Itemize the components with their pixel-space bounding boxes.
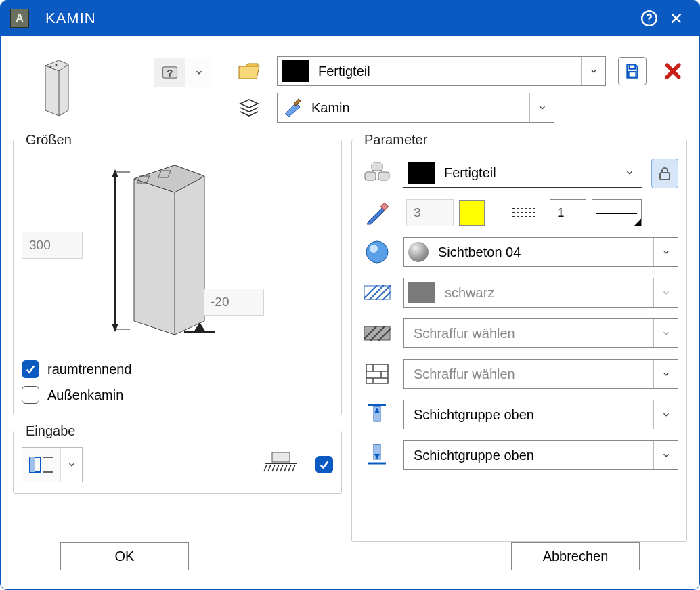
titlebar: A KAMIN [1,1,699,36]
favorite-dropdown[interactable] [185,58,213,87]
material-main-dd[interactable] [581,57,605,85]
svg-line-34 [280,465,283,471]
svg-rect-40 [378,172,389,180]
layergroup-top-icon [360,401,394,428]
hatch3-icon [360,363,394,385]
aussenkamin-checkbox[interactable] [22,386,39,404]
raumtrennend-checkbox[interactable] [22,360,39,378]
svg-line-37 [292,465,295,471]
delete-icon-button[interactable] [659,57,687,85]
svg-point-47 [366,241,388,263]
param-material-dd[interactable] [617,159,642,187]
favorite-selector[interactable]: ? [154,58,213,87]
hatch1-combo[interactable]: schwarz [403,278,678,308]
trowel-icon [278,98,307,118]
layergroup-top-dd[interactable] [653,400,678,429]
hatch2-combo[interactable]: Schraffur wählen [403,318,678,348]
height-input[interactable] [22,232,83,259]
save-icon-button[interactable] [618,57,647,85]
layer-combo-text: Kamin [307,100,529,116]
foundation-checkbox[interactable] [315,456,333,473]
svg-line-33 [276,465,279,471]
close-icon[interactable] [663,5,690,32]
sizes-title: Größen [22,132,76,148]
aussenkamin-row[interactable]: Außenkamin [22,386,333,404]
surface-combo[interactable]: Sichtbeton 04 [403,237,678,267]
ok-button[interactable]: OK [60,542,189,570]
svg-rect-9 [629,72,636,77]
hatch3-combo[interactable]: Schraffur wählen [403,359,678,389]
svg-marker-19 [112,324,118,332]
favorite-icon: ? [154,58,185,87]
hatch2-placeholder: Schraffur wählen [404,326,653,341]
surface-dd[interactable] [653,238,678,266]
svg-rect-25 [30,457,35,472]
element-preview-icon [41,58,72,122]
layergroup-bottom-dd[interactable] [653,441,678,469]
svg-text:?: ? [167,67,173,79]
param-material-combo[interactable]: Fertigteil [403,159,642,188]
svg-rect-41 [660,173,670,180]
linetype-icon [508,205,542,221]
hatch1-dd[interactable] [653,278,678,307]
svg-marker-2 [45,60,68,116]
layer-combo-dd[interactable] [529,93,554,122]
svg-rect-28 [272,452,290,462]
param-material-swatch [408,162,435,184]
svg-marker-18 [112,169,118,177]
sizes-diagram [22,156,333,352]
svg-line-31 [268,465,271,471]
help-icon[interactable] [636,5,663,32]
placement-mode-selector[interactable] [22,447,83,482]
raumtrennend-label: raumtrennend [47,362,132,377]
svg-rect-58 [366,364,388,383]
svg-point-48 [370,245,378,253]
pen-icon [360,200,394,226]
dialog-footer: OK Abbrechen [13,542,687,583]
hatch1-swatch [408,282,435,303]
surface-icon [360,239,394,265]
svg-line-32 [272,465,275,471]
svg-rect-11 [294,99,301,106]
aussenkamin-label: Außenkamin [47,387,123,403]
layergroup-top-combo[interactable]: Schichtgruppe oben [403,400,678,429]
input-group: Eingabe [13,423,342,494]
cancel-button[interactable]: Abbrechen [511,542,640,570]
pen-color-swatch[interactable] [459,200,485,226]
layergroup-bottom-icon [360,442,394,469]
material-swatch [282,60,309,82]
hatch1-text: schwarz [441,285,653,301]
offset-input[interactable] [203,289,264,316]
svg-point-4 [50,66,52,68]
top-toolbar: ? Fertigteil [13,45,687,127]
layergroup-bottom-text: Schichtgruppe oben [404,448,653,463]
parameter-group: Parameter [351,132,687,542]
folder-icon[interactable] [234,61,265,81]
material-main-combo[interactable]: Fertigteil [277,56,606,86]
hatch1-icon [360,285,394,300]
svg-point-5 [56,64,58,66]
lock-button[interactable] [651,159,678,188]
linetype-value-input[interactable] [550,199,586,226]
hatch2-icon [360,326,394,341]
svg-line-30 [264,465,267,471]
input-title: Eingabe [22,423,79,439]
svg-marker-42 [367,208,385,224]
svg-rect-38 [372,163,382,171]
hatch3-dd[interactable] [653,360,678,388]
placement-mode-icon [22,448,60,482]
material-icon [360,161,394,186]
app-icon: A [10,9,29,28]
pen-value-input[interactable] [406,199,454,226]
parameter-title: Parameter [360,132,431,148]
linetype-preview[interactable] [592,199,642,226]
param-material-text: Fertigteil [440,165,617,181]
layer-combo[interactable]: Kamin [277,93,554,123]
foundation-icon [263,450,299,480]
svg-line-35 [284,465,287,471]
svg-marker-10 [285,103,300,117]
placement-mode-dd[interactable] [60,448,82,482]
raumtrennend-row[interactable]: raumtrennend [22,360,333,378]
hatch2-dd[interactable] [653,319,678,347]
layergroup-bottom-combo[interactable]: Schichtgruppe oben [403,440,678,470]
